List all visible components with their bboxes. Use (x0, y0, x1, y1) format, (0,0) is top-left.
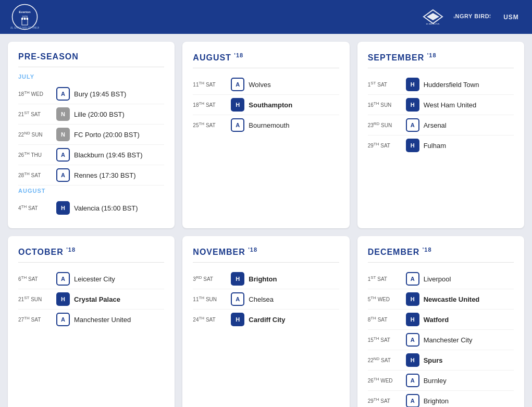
section-title-august: AUGUST '18 (193, 52, 339, 68)
opponent-name: FC Porto (20:00 BST) (74, 131, 140, 139)
opponent-name: Valencia (15:00 BST) (74, 204, 138, 212)
fixture-row: 4TH SATHValencia (15:00 BST) (18, 198, 164, 218)
venue-badge: H (56, 292, 70, 306)
venue-badge: A (406, 374, 419, 387)
fixture-date: 4TH SAT (18, 204, 52, 212)
venue-badge: H (231, 98, 244, 112)
fixture-row: 21ST SUNHCrystal Palace (18, 289, 164, 310)
fixture-row: 27TH SATAManchester United (18, 310, 164, 329)
opponent-name: Watford (424, 316, 449, 324)
fixture-row: 26TH THUABlackburn (19:45 BST) (18, 145, 164, 165)
section-august: AUGUST '1811TH SATAWolves18TH SATHSoutha… (182, 42, 349, 228)
fixture-row: 8TH SATHWatford (368, 310, 514, 330)
fixture-date: 11TH SAT (193, 81, 227, 88)
fixture-date: 21ST SUN (18, 295, 52, 303)
section-pre-season: PRE-SEASONJULY18TH WEDABury (19:45 BST)2… (8, 42, 175, 228)
fixture-row: 25TH SATABournemouth (193, 115, 339, 135)
section-title-october: OCTOBER '18 (18, 246, 164, 263)
venue-badge: H (406, 313, 419, 326)
fixture-row: 18TH WEDABury (19:45 BST) (18, 84, 164, 104)
sponsor-umbro: umbro (423, 9, 443, 26)
opponent-name: Manchester City (424, 336, 473, 344)
fixture-row: 11TH SATAWolves (193, 75, 339, 95)
svg-marker-10 (427, 13, 439, 20)
opponent-name: Leicester City (74, 275, 115, 283)
group-label: JULY (18, 73, 164, 80)
fixture-date: 27TH SAT (18, 316, 52, 323)
svg-text:NIL SATIS NISI OPTIMUM: NIL SATIS NISI OPTIMUM (10, 26, 39, 29)
fixture-date: 26TH THU (18, 151, 52, 158)
fixture-row: 1ST SATALiverpool (368, 269, 514, 289)
venue-badge: A (56, 168, 70, 182)
fixture-date: 22ND SAT (368, 356, 402, 364)
sponsors-area: umbro ANGRY BIRDS USM (423, 9, 522, 26)
main-content: PRE-SEASONJULY18TH WEDABury (19:45 BST)2… (0, 34, 532, 407)
section-title-september: SEPTEMBER '18 (368, 52, 514, 68)
venue-badge: H (406, 292, 419, 306)
opponent-name: Spurs (424, 356, 443, 364)
section-october: OCTOBER '186TH SATALeicester City21ST SU… (8, 236, 175, 407)
venue-badge: N (56, 107, 70, 121)
fixture-date: 29TH SAT (368, 397, 402, 404)
fixture-row: 11TH SUNAChelsea (193, 289, 339, 310)
fixture-row: 15TH SATAManchester City (368, 330, 514, 350)
section-september: SEPTEMBER '181ST SATHHuddersfield Town16… (357, 42, 524, 228)
venue-badge: H (56, 201, 70, 215)
fixture-date: 22ND SUN (18, 131, 52, 138)
section-title-december: DECEMBER '18 (368, 246, 514, 263)
venue-badge: H (231, 272, 244, 286)
fixture-date: 1ST SAT (368, 81, 402, 88)
svg-rect-7 (24, 18, 26, 20)
fixture-date: 3RD SAT (193, 275, 227, 282)
fixture-date: 11TH SUN (193, 295, 227, 303)
group-label: AUGUST (18, 188, 164, 194)
opponent-name: Liverpool (424, 275, 451, 283)
fixture-row: 5TH WEDHNewcastle United (368, 289, 514, 310)
svg-text:umbro: umbro (426, 22, 440, 24)
section-title-pre-season: PRE-SEASON (18, 52, 164, 67)
venue-badge: H (406, 139, 419, 152)
fixture-date: 1ST SAT (368, 275, 402, 282)
fixture-row: 29TH SATABrighton (368, 391, 514, 407)
opponent-name: Fulham (424, 142, 446, 150)
opponent-name: Brighton (424, 397, 449, 405)
venue-badge: H (406, 78, 419, 91)
opponent-name: Manchester United (74, 316, 131, 324)
venue-badge: H (406, 98, 419, 112)
fixture-row: 18TH SATHSouthampton (193, 95, 339, 115)
venue-badge: A (406, 333, 419, 347)
venue-badge: N (56, 128, 70, 141)
venue-badge: A (231, 118, 244, 132)
fixture-date: 28TH SAT (18, 171, 52, 179)
fixture-date: 21ST SAT (18, 110, 52, 118)
fixture-date: 18TH SAT (193, 101, 227, 108)
opponent-name: Cardiff City (249, 316, 285, 324)
opponent-name: Bury (19:45 BST) (74, 90, 126, 98)
fixture-date: 25TH SAT (193, 121, 227, 129)
section-title-november: NOVEMBER '18 (193, 246, 339, 263)
sponsor-angry-birds: ANGRY BIRDS (454, 9, 490, 26)
fixture-date: 6TH SAT (18, 275, 52, 282)
venue-badge: A (406, 118, 419, 132)
fixture-date: 26TH WED (368, 377, 402, 384)
opponent-name: Chelsea (249, 295, 274, 303)
fixture-row: 23RD SUNAArsenal (368, 115, 514, 135)
venue-badge: A (56, 313, 70, 326)
header: Everton 1878 NIL SATIS NISI OPTIMUM umbr… (0, 0, 532, 34)
venue-badge: A (231, 78, 244, 91)
svg-rect-5 (21, 18, 23, 20)
svg-text:Everton: Everton (19, 10, 31, 14)
venue-badge: A (56, 272, 70, 286)
fixture-row: 16TH SUNHWest Ham United (368, 95, 514, 115)
club-logo: Everton 1878 NIL SATIS NISI OPTIMUM (10, 3, 39, 31)
opponent-name: Burnley (424, 377, 447, 385)
fixture-date: 15TH SAT (368, 336, 402, 343)
section-december: DECEMBER '181ST SATALiverpool5TH WEDHNew… (357, 236, 524, 407)
opponent-name: Newcastle United (424, 295, 480, 303)
fixture-row: 28TH SATARennes (17:30 BST) (18, 165, 164, 186)
opponent-name: Bournemouth (249, 121, 289, 129)
fixture-date: 5TH WED (368, 295, 402, 303)
fixture-row: 22ND SUNNFC Porto (20:00 BST) (18, 125, 164, 145)
svg-text:USM: USM (503, 14, 519, 21)
fixture-row: 3RD SATHBrighton (193, 269, 339, 289)
